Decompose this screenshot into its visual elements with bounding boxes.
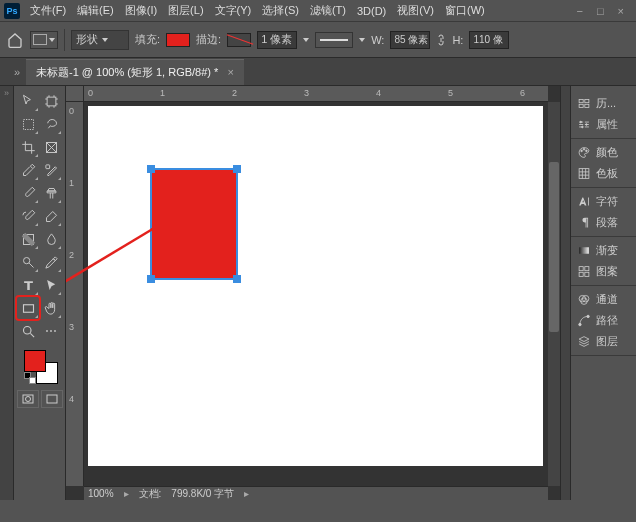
vertical-scrollbar[interactable] [548, 102, 560, 486]
panel-color[interactable]: 颜色 [571, 142, 636, 163]
eyedropper-tool[interactable] [17, 159, 39, 181]
width-input[interactable]: 85 像素 [390, 31, 430, 49]
brush-tool[interactable] [17, 182, 39, 204]
stroke-width-value: 1 像素 [261, 32, 292, 47]
frame-tool[interactable] [40, 136, 62, 158]
svg-rect-10 [47, 395, 57, 403]
tab-flyout-icon[interactable]: » [14, 66, 24, 78]
lasso-tool[interactable] [40, 113, 62, 135]
svg-point-16 [579, 121, 581, 123]
svg-point-20 [583, 148, 585, 150]
document-canvas[interactable] [88, 106, 543, 466]
transform-handle-bl[interactable] [147, 275, 155, 283]
panel-layers[interactable]: 图层 [571, 331, 636, 352]
status-info-label: 文档: [139, 487, 162, 501]
height-input[interactable]: 110 像 [469, 31, 509, 49]
menu-select[interactable]: 选择(S) [257, 1, 304, 20]
panel-paragraph[interactable]: 段落 [571, 212, 636, 233]
stroke-style-dropdown-icon[interactable] [359, 38, 365, 42]
expand-left-icon[interactable]: » [4, 88, 9, 500]
dodge-tool[interactable] [17, 251, 39, 273]
maximize-button[interactable]: □ [597, 5, 604, 17]
window-controls: − □ × [576, 5, 632, 17]
gradient-icon [576, 244, 591, 257]
minimize-button[interactable]: − [576, 5, 582, 17]
blur-tool[interactable] [40, 228, 62, 250]
default-colors-icon[interactable] [24, 372, 36, 384]
edit-toolbar-button[interactable]: ⋯ [40, 320, 62, 342]
eraser-tool[interactable] [40, 205, 62, 227]
panel-properties[interactable]: 属性 [571, 114, 636, 135]
menu-3d[interactable]: 3D(D) [352, 3, 391, 19]
rectangle-tool[interactable] [17, 297, 39, 319]
document-tab-close-icon[interactable]: × [227, 66, 233, 78]
path-select-tool[interactable] [40, 274, 62, 296]
history-brush-tool[interactable] [17, 205, 39, 227]
stroke-style-picker[interactable] [315, 32, 353, 48]
hand-tool[interactable] [40, 297, 62, 319]
menu-window[interactable]: 窗口(W) [440, 1, 490, 20]
menu-filter[interactable]: 滤镜(T) [305, 1, 351, 20]
clone-stamp-tool[interactable] [40, 182, 62, 204]
menu-edit[interactable]: 编辑(E) [72, 1, 119, 20]
home-icon[interactable] [6, 32, 24, 48]
status-info-value: 799.8K/0 字节 [171, 487, 234, 501]
healing-brush-tool[interactable] [40, 159, 62, 181]
link-wh-icon[interactable] [436, 33, 446, 47]
gradient-tool[interactable] [17, 228, 39, 250]
zoom-tool[interactable] [17, 320, 39, 342]
properties-icon [576, 118, 591, 131]
quickmask-button[interactable] [17, 390, 39, 408]
panel-character[interactable]: 字符 [571, 191, 636, 212]
svg-point-17 [585, 124, 587, 126]
panel-paths[interactable]: 路径 [571, 310, 636, 331]
marquee-tool[interactable] [17, 113, 39, 135]
vertical-ruler[interactable]: 0 1 2 3 4 [66, 102, 84, 486]
horizontal-ruler[interactable]: 0 1 2 3 4 5 6 [84, 86, 548, 102]
rectangle-shape[interactable] [150, 168, 238, 280]
zoom-level[interactable]: 100% [88, 488, 114, 499]
options-bar: 形状 填充: 描边: 1 像素 W: 85 像素 H: 110 像 [0, 22, 636, 58]
scrollbar-thumb[interactable] [549, 162, 559, 332]
type-tool[interactable] [17, 274, 39, 296]
pen-tool[interactable] [40, 251, 62, 273]
svg-point-32 [586, 315, 588, 317]
fill-color-picker[interactable] [166, 33, 190, 47]
svg-rect-24 [579, 267, 583, 271]
svg-rect-6 [23, 304, 33, 312]
menu-layer[interactable]: 图层(L) [163, 1, 208, 20]
stroke-color-picker[interactable] [227, 33, 251, 47]
panel-channels[interactable]: 通道 [571, 289, 636, 310]
layers-icon [576, 335, 591, 348]
artboard-tool[interactable] [40, 90, 62, 112]
stroke-width-dropdown-icon[interactable] [303, 38, 309, 42]
tool-mode-select[interactable]: 形状 [71, 30, 129, 50]
panel-gradient[interactable]: 渐变 [571, 240, 636, 261]
svg-rect-22 [579, 169, 589, 179]
ruler-origin[interactable] [66, 86, 84, 102]
close-button[interactable]: × [618, 5, 624, 17]
menu-image[interactable]: 图像(I) [120, 1, 162, 20]
status-flyout-icon[interactable]: ▸ [124, 488, 129, 499]
status-bar: 100% ▸ 文档:799.8K/0 字节 ▸ [84, 486, 548, 500]
document-tab[interactable]: 未标题-1 @ 100% (矩形 1, RGB/8#) * × [26, 59, 244, 85]
transform-handle-tl[interactable] [147, 165, 155, 173]
svg-rect-12 [579, 99, 583, 102]
screen-mode-button[interactable] [41, 390, 63, 408]
tool-preset-picker[interactable] [30, 31, 58, 49]
menu-file[interactable]: 文件(F) [25, 1, 71, 20]
panel-pattern[interactable]: 图案 [571, 261, 636, 282]
transform-handle-tr[interactable] [233, 165, 241, 173]
foreground-color-chip[interactable] [24, 350, 46, 372]
panel-swatches[interactable]: 色板 [571, 163, 636, 184]
crop-tool[interactable] [17, 136, 39, 158]
menu-view[interactable]: 视图(V) [392, 1, 439, 20]
move-tool[interactable] [17, 90, 39, 112]
panel-history[interactable]: 历... [571, 93, 636, 114]
transform-handle-br[interactable] [233, 275, 241, 283]
menu-type[interactable]: 文字(Y) [210, 1, 257, 20]
status-menu-icon[interactable]: ▸ [244, 488, 249, 499]
right-panel-strip [560, 86, 570, 500]
stroke-width-input[interactable]: 1 像素 [257, 31, 297, 49]
main-area: » ⋯ [0, 86, 636, 500]
